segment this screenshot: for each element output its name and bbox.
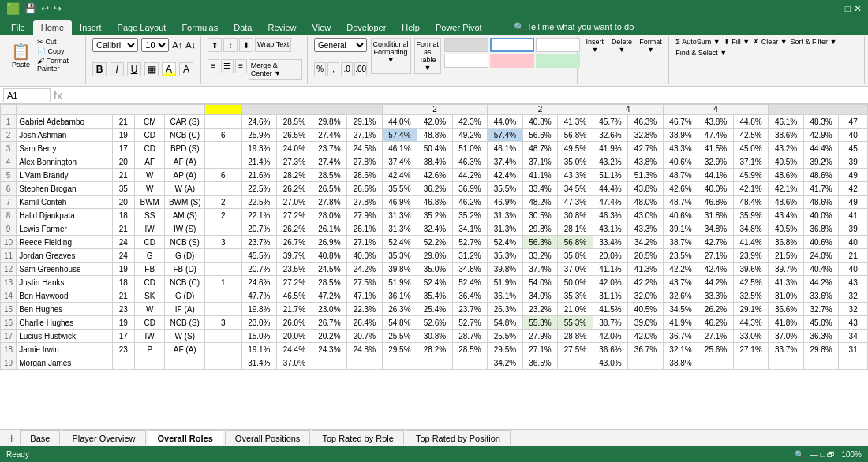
iwb-a[interactable]: 43.4% [769,209,804,222]
bpd-d[interactable]: 35.2% [417,209,453,222]
bpd-d[interactable]: 50.4% [417,142,453,155]
ffm-role[interactable]: W (A) [165,182,205,196]
table-row[interactable]: 4Alex Bonnington20AFAF (A)21.4%27.3%27.4… [1,155,868,169]
bpd-s[interactable]: 52.7% [452,316,488,330]
g-d[interactable]: 25.9% [241,129,277,142]
iwb-d[interactable]: 44.4% [803,142,839,155]
player-age[interactable]: 20 [112,196,134,209]
table-row[interactable]: 6Stephen Brogan35WW (A)22.5%26.2%26.5%26… [1,182,868,196]
suit-roles[interactable]: 3 [205,236,242,249]
cd-c[interactable]: 36.1% [488,289,523,303]
row-num[interactable]: 16 [1,316,17,330]
cd-d[interactable]: 30.5% [522,209,558,222]
player-name[interactable]: Charlie Hughes [17,316,112,330]
sk-d[interactable]: 26.9% [312,236,347,249]
iwb-d[interactable]: 29.8% [803,343,839,356]
conditional-formatting-button[interactable]: ConditionalFormatting ▼ [371,38,411,74]
cwb-a[interactable]: 20.0% [593,249,628,263]
fb-s[interactable]: 45.9% [733,169,769,182]
table-row[interactable]: 14Ben Haywood21SKG (D)47.7%46.5%47.2%47.… [1,289,868,303]
fb-d[interactable]: 26.2% [698,303,734,316]
bpd-s[interactable]: 44.2% [452,169,488,182]
sk-a[interactable]: 24.4% [277,343,312,356]
ass-role[interactable]: CM [134,115,164,129]
fb-d[interactable]: 32.9% [698,155,734,169]
bpd-c[interactable]: 44.0% [382,115,417,129]
fb-a[interactable]: 48.7% [663,169,698,182]
ffm-role[interactable]: NCB (S) [165,236,205,249]
table-row[interactable]: 13Justin Hanks18CDNCB (C)124.6%27.2%28.5… [1,276,868,289]
player-name[interactable]: Halid Djankpata [17,209,112,222]
percent2-style[interactable] [536,38,580,52]
fb-a[interactable]: 40.6% [663,155,698,169]
player-age[interactable]: 23 [112,343,134,356]
sk-a[interactable]: 26.7% [277,236,312,249]
row-num[interactable]: 2 [1,129,17,142]
cwb-a[interactable]: 42.0% [593,276,628,289]
ffm-role[interactable]: FB (D) [165,263,205,276]
bpd-s[interactable]: 46.3% [452,155,488,169]
player-name[interactable]: Jamie Irwin [17,343,112,356]
ffm-role[interactable]: AM (S) [165,209,205,222]
cd-s[interactable]: 34.5% [558,182,593,196]
sk-s[interactable]: 22.3% [347,303,383,316]
cwb-a[interactable]: 43.0% [593,356,628,370]
row-num[interactable]: 8 [1,209,17,222]
cd-d[interactable]: 56.3% [522,236,558,249]
iwb-a[interactable]: 38.6% [769,129,804,142]
iwb-a[interactable]: 40.5% [769,222,804,236]
fb-s[interactable]: 48.4% [733,196,769,209]
sk-d[interactable]: 47.2% [312,289,347,303]
iwb-d[interactable]: 39.2% [803,155,839,169]
bpd-d[interactable]: 30.8% [417,330,453,343]
cd-c[interactable]: 51.9% [488,276,523,289]
fb-d[interactable] [698,356,734,370]
sk-d[interactable]: 24.3% [312,343,347,356]
sk-a[interactable]: 28.2% [277,169,312,182]
fb-a[interactable]: 41.9% [663,316,698,330]
fb-a[interactable]: 39.1% [663,222,698,236]
bpd-s[interactable]: 52.7% [452,236,488,249]
quick-save[interactable]: 💾 [24,3,36,14]
bpd-d[interactable]: 32.4% [417,222,453,236]
ass-role[interactable]: AF [134,155,164,169]
tab-home[interactable]: Home [33,20,72,35]
sk-a[interactable]: 27.2% [277,276,312,289]
iwb-d[interactable]: 48.6% [803,169,839,182]
suit-roles[interactable] [205,343,242,356]
iwb-a[interactable]: 42.1% [769,182,804,196]
g-d[interactable]: 21.6% [241,169,277,182]
g-d[interactable]: 31.4% [241,356,277,370]
ffm-role[interactable]: AP (A) [165,169,205,182]
row-num[interactable]: 5 [1,169,17,182]
font-grow[interactable]: A↑ [172,40,182,50]
bold-button[interactable]: B [92,62,107,76]
iwb-d[interactable]: 48.6% [803,196,839,209]
ass-role[interactable]: W [134,169,164,182]
suit-roles[interactable]: 2 [205,196,242,209]
suit-roles[interactable]: 1 [205,276,242,289]
border-button[interactable]: ▦ [144,62,159,76]
cd-s[interactable]: 41.3% [558,115,593,129]
cd-c[interactable]: 44.0% [488,115,523,129]
cwb-a[interactable]: 43.1% [593,222,628,236]
close-btn[interactable]: ✕ [854,3,862,14]
iwb-a[interactable]: 39.7% [769,263,804,276]
player-name[interactable]: Gabriel Adebambo [17,115,112,129]
bpd-c[interactable]: 54.8% [382,316,417,330]
cd-s[interactable]: 30.8% [558,209,593,222]
fb-a[interactable]: 32.6% [663,289,698,303]
normal3-style[interactable] [490,38,534,52]
fb-a[interactable]: 43.3% [663,142,698,155]
suit-roles[interactable]: 6 [205,169,242,182]
iwb-d[interactable]: 42.9% [803,129,839,142]
table-row[interactable]: 17Lucius Hustwick17IWW (S)15.0%20.0%20.2… [1,330,868,343]
clear-button[interactable]: ✗ Clear ▼ [753,38,787,46]
g-d[interactable]: 19.8% [241,303,277,316]
sk-s[interactable]: 24.5% [347,142,383,155]
cwb-a[interactable]: 51.1% [593,169,628,182]
suit-roles[interactable] [205,182,242,196]
bpd-s[interactable]: 23.7% [452,303,488,316]
bpd-c[interactable] [382,356,417,370]
g-d[interactable]: 21.4% [241,155,277,169]
